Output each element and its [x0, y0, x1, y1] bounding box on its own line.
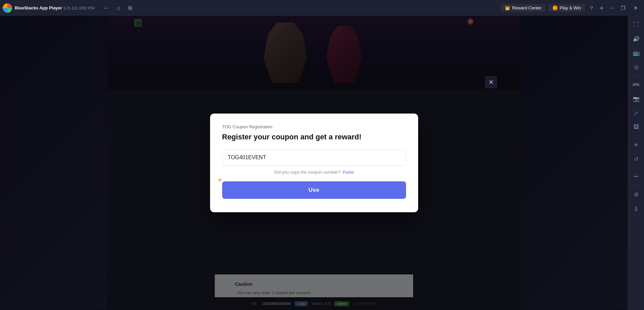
dialog-title: Register your coupon and get a reward! — [222, 133, 406, 141]
bg-right — [521, 16, 628, 310]
app-name: BlueStacks App Player — [15, 5, 62, 10]
bluestacks-logo — [3, 3, 12, 13]
main-content: 1 + ✕ TOG Coupon Registration Register y… — [0, 16, 628, 310]
restore-button[interactable]: ❐ — [618, 4, 628, 12]
sidebar-separator-1 — [632, 76, 641, 76]
resize-icon[interactable]: ⤢ — [630, 107, 642, 119]
titlebar-nav: ← ⌂ ⧉ — [101, 4, 134, 12]
sidebar-separator-3 — [632, 168, 641, 168]
app-version: 5.21.111.1002 P64 — [63, 6, 95, 10]
game-frame: 1 + ✕ TOG Coupon Registration Register y… — [107, 16, 521, 310]
home-button[interactable]: ⌂ — [115, 4, 122, 12]
dialog-overlay: ✕ TOG Coupon Registration Register your … — [107, 16, 521, 310]
minimize-button[interactable]: − — [608, 4, 616, 12]
sidebar-separator-2 — [632, 136, 641, 136]
volume-icon[interactable]: 🔊 — [630, 33, 642, 45]
game-background: 1 + ✕ TOG Coupon Registration Register y… — [0, 16, 628, 310]
more-icon[interactable]: ••• — [630, 171, 642, 183]
multi-instance-button[interactable]: ⧉ — [126, 4, 134, 12]
help-button[interactable]: ? — [588, 4, 595, 12]
play-win-label: Play & Win — [560, 5, 581, 10]
coin-icon: 🟠 — [552, 5, 558, 10]
back-button[interactable]: ← — [101, 4, 111, 12]
sidebar-separator-4 — [632, 185, 641, 186]
refresh-icon[interactable]: ↺ — [630, 153, 642, 165]
reward-center-button[interactable]: 👑 Reward Center — [501, 4, 545, 12]
fullscreen-icon[interactable]: ⛶ — [630, 18, 642, 31]
target-icon[interactable]: ◎ — [630, 61, 642, 73]
paste-row: Did you copy the coupon number? Paste — [222, 170, 406, 175]
play-win-button[interactable]: 🟠 Play & Win — [548, 4, 585, 12]
coupon-dialog: TOG Coupon Registration Register your co… — [210, 114, 418, 212]
collapse-icon[interactable]: ⟫ — [630, 203, 642, 215]
paste-button[interactable]: Paste — [343, 170, 354, 175]
airplane-icon[interactable]: ✈ — [630, 139, 642, 151]
menu-button[interactable]: ≡ — [598, 4, 605, 12]
bg-left — [0, 16, 107, 310]
coupon-input[interactable] — [222, 149, 406, 166]
apk-icon[interactable]: APK — [630, 79, 642, 91]
reward-center-label: Reward Center — [512, 5, 541, 10]
dialog-subtitle: TOG Coupon Registration — [222, 124, 406, 129]
crown-icon: 👑 — [505, 5, 510, 10]
settings-icon[interactable]: ⚙ — [630, 188, 642, 201]
tv-icon[interactable]: 📺 — [630, 47, 642, 59]
use-button[interactable]: Use — [222, 181, 406, 199]
gallery-icon[interactable]: 🖼 — [630, 121, 642, 133]
close-button[interactable]: ✕ — [630, 4, 641, 12]
titlebar-right: 👑 Reward Center 🟠 Play & Win ? ≡ − ❐ ✕ — [501, 4, 641, 12]
paste-question-text: Did you copy the coupon number? — [274, 170, 341, 175]
titlebar: BlueStacks App Player 5.21.111.1002 P64 … — [0, 0, 644, 16]
screenshot-icon[interactable]: 📷 — [630, 93, 642, 105]
dialog-close-outside-button[interactable]: ✕ — [485, 76, 497, 88]
right-sidebar: ⛶ 🔊 📺 ◎ APK 📷 ⤢ 🖼 ✈ ↺ ••• ⚙ ⟫ — [628, 16, 644, 310]
